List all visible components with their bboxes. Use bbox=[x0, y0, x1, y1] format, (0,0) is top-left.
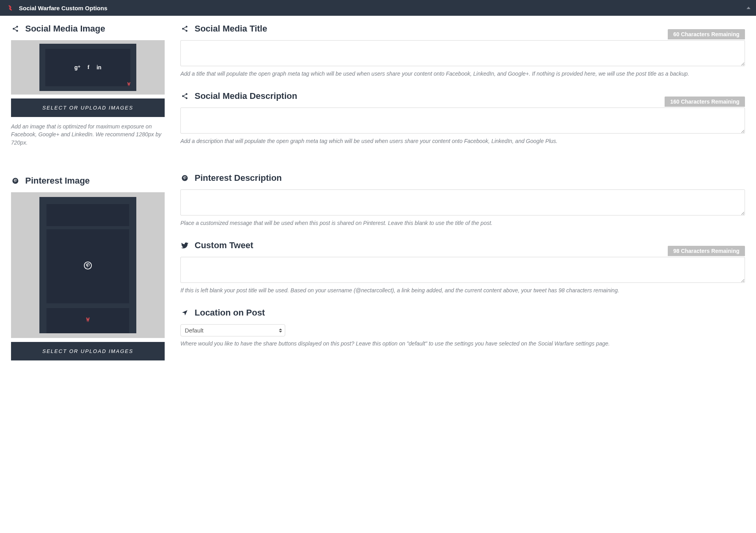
heading-text: Location on Post bbox=[195, 308, 265, 318]
heading-text: Pinterest Image bbox=[25, 176, 90, 186]
svg-point-10 bbox=[186, 97, 188, 99]
pinterest-image-preview bbox=[11, 192, 165, 338]
location-select[interactable]: Default bbox=[180, 324, 285, 336]
heading-pinterest-description: Pinterest Description bbox=[180, 173, 745, 183]
collapse-toggle-icon[interactable] bbox=[747, 7, 750, 9]
watermark-icon bbox=[125, 81, 132, 89]
svg-point-2 bbox=[16, 30, 18, 32]
char-remaining-badge: 98 Characters Remaining bbox=[668, 246, 745, 256]
section-social-media-title: Social Media Title 60 Characters Remaini… bbox=[180, 24, 745, 78]
googleplus-icon: g⁺ bbox=[74, 64, 81, 71]
section-pinterest-description: Pinterest Description Place a customized… bbox=[180, 173, 745, 227]
social-image-helper: Add an image that is optimized for maxim… bbox=[11, 123, 165, 147]
linkedin-icon: in bbox=[97, 64, 101, 71]
heading-text: Social Media Title bbox=[195, 24, 267, 34]
heading-text: Custom Tweet bbox=[195, 240, 253, 251]
heading-social-media-description: Social Media Description bbox=[180, 91, 745, 101]
right-column: Social Media Title 60 Characters Remaini… bbox=[180, 24, 745, 379]
pinterest-glyph-icon bbox=[84, 261, 92, 271]
heading-location-on-post: Location on Post bbox=[180, 308, 745, 318]
social-image-preview: g⁺ f in bbox=[11, 40, 165, 95]
heading-text: Social Media Description bbox=[195, 91, 297, 101]
pinterest-icon bbox=[180, 175, 189, 182]
section-custom-tweet: Custom Tweet 98 Characters Remaining If … bbox=[180, 240, 745, 294]
svg-point-1 bbox=[13, 28, 15, 30]
share-icon bbox=[180, 93, 189, 100]
social-warfare-logo-icon bbox=[6, 4, 14, 12]
social-description-helper: Add a description that will populate the… bbox=[180, 137, 745, 145]
share-icon bbox=[11, 25, 20, 32]
pinterest-icon bbox=[11, 177, 20, 184]
section-location-on-post: Location on Post Default Where would you… bbox=[180, 308, 745, 347]
svg-point-6 bbox=[182, 28, 184, 30]
svg-point-0 bbox=[16, 26, 18, 28]
svg-point-8 bbox=[186, 93, 188, 95]
social-image-upload-button[interactable]: SELECT OR UPLOAD IMAGES bbox=[11, 98, 165, 117]
heading-social-media-image: Social Media Image bbox=[11, 24, 165, 34]
custom-tweet-input[interactable] bbox=[180, 257, 745, 283]
panel-header: Social Warfare Custom Options bbox=[0, 0, 756, 16]
social-title-input[interactable] bbox=[180, 40, 745, 66]
heading-pinterest-image: Pinterest Image bbox=[11, 176, 165, 186]
social-image-card: g⁺ f in bbox=[39, 44, 136, 91]
char-remaining-badge: 60 Characters Remaining bbox=[668, 29, 745, 39]
facebook-icon: f bbox=[87, 64, 89, 71]
panel-content: Social Media Image g⁺ f in SELECT OR UPL… bbox=[0, 16, 756, 387]
left-column: Social Media Image g⁺ f in SELECT OR UPL… bbox=[11, 24, 165, 379]
heading-custom-tweet: Custom Tweet bbox=[180, 240, 745, 251]
twitter-icon bbox=[180, 241, 189, 249]
section-pinterest-image: Pinterest Image SE bbox=[11, 176, 165, 366]
pinterest-image-card bbox=[39, 197, 136, 333]
share-icon bbox=[180, 25, 189, 32]
pinterest-description-helper: Place a customized message that will be … bbox=[180, 219, 745, 227]
heading-text: Pinterest Description bbox=[195, 173, 282, 183]
char-remaining-badge: 160 Characters Remaining bbox=[665, 97, 745, 107]
pinterest-image-upload-button[interactable]: SELECT OR UPLOAD IMAGES bbox=[11, 342, 165, 360]
social-description-input[interactable] bbox=[180, 108, 745, 134]
location-helper: Where would you like to have the share b… bbox=[180, 340, 745, 347]
svg-point-9 bbox=[182, 95, 184, 97]
svg-point-7 bbox=[186, 30, 188, 32]
section-social-media-description: Social Media Description 160 Characters … bbox=[180, 91, 745, 145]
watermark-icon bbox=[84, 316, 92, 325]
location-arrow-icon bbox=[180, 309, 189, 316]
custom-tweet-helper: If this is left blank your post title wi… bbox=[180, 286, 745, 294]
panel-title: Social Warfare Custom Options bbox=[19, 5, 107, 11]
heading-social-media-title: Social Media Title bbox=[180, 24, 745, 34]
svg-point-5 bbox=[186, 26, 188, 28]
social-title-helper: Add a title that will populate the open … bbox=[180, 70, 745, 78]
section-social-media-image: Social Media Image g⁺ f in SELECT OR UPL… bbox=[11, 24, 165, 147]
pinterest-description-input[interactable] bbox=[180, 189, 745, 215]
heading-text: Social Media Image bbox=[25, 24, 105, 34]
